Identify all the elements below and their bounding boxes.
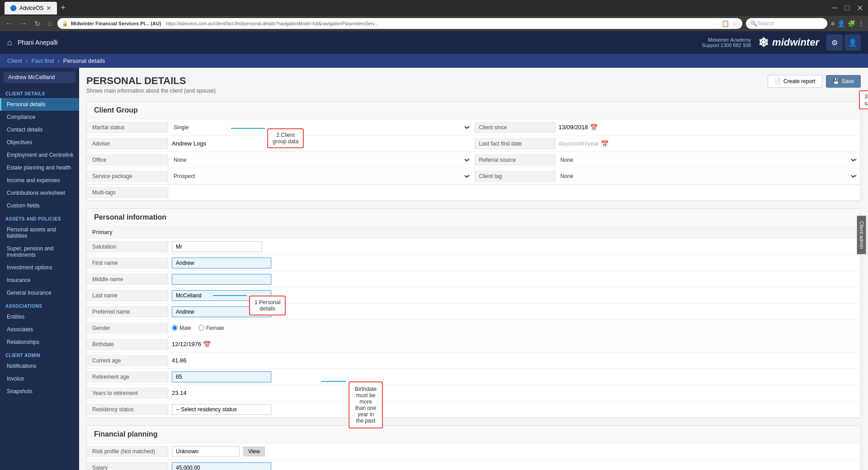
referral-source-select[interactable]: None xyxy=(559,156,857,164)
new-tab-button[interactable]: + xyxy=(61,3,66,13)
tab-close-button[interactable]: ✕ xyxy=(46,5,52,12)
client-tag-select[interactable]: None xyxy=(559,173,857,180)
sidebar-item-invoice[interactable]: Invoice xyxy=(0,372,79,385)
middle-name-label: Middle name xyxy=(87,273,168,285)
client-tag-value: None ▼ xyxy=(555,171,861,182)
risk-profile-select[interactable]: Unknown xyxy=(172,446,240,457)
bookmarks-icon[interactable]: ≡ xyxy=(831,20,835,27)
retirement-age-label: Retirement age xyxy=(87,371,168,383)
middle-name-value xyxy=(168,272,860,287)
sidebar-item-notifications[interactable]: Notifications xyxy=(0,360,79,372)
home-button[interactable]: ⌂ xyxy=(46,19,54,28)
retirement-age-input[interactable] xyxy=(172,371,271,382)
salary-input[interactable] xyxy=(172,462,271,470)
breadcrumb-current: Personal details xyxy=(63,57,105,64)
settings-button[interactable]: ⚙ xyxy=(826,34,843,51)
sidebar-item-income[interactable]: Income and expenses xyxy=(0,174,79,187)
service-package-row: Service package Prospect ▼ xyxy=(87,168,474,184)
years-to-retirement-value: 23.14 xyxy=(168,388,860,398)
sidebar-item-associates[interactable]: Associates xyxy=(0,323,79,336)
sidebar-item-general-insurance[interactable]: General Insurance xyxy=(0,287,79,299)
first-name-input[interactable] xyxy=(172,258,271,268)
breadcrumb-sep-2: › xyxy=(57,57,59,64)
residency-status-row: Residency status -- Select residency sta… xyxy=(87,401,860,418)
sidebar-item-personal-assets[interactable]: Personal assets and liabilities xyxy=(0,223,79,242)
sidebar-item-relationships[interactable]: Relationships xyxy=(0,336,79,348)
sidebar-search-input[interactable] xyxy=(4,71,75,83)
salutation-row: Salutation Mr xyxy=(87,239,860,255)
residency-status-select[interactable]: -- Select residency status xyxy=(172,404,271,415)
salutation-select[interactable]: Mr xyxy=(172,241,262,252)
salary-label: Salary xyxy=(87,462,168,470)
risk-profile-row: Risk profile (Not matched) Unknown View xyxy=(87,443,860,460)
gender-female-radio[interactable] xyxy=(198,325,204,331)
adviser-value: Andrew Logs xyxy=(168,138,474,149)
refresh-button[interactable]: ↻ xyxy=(33,19,42,29)
sidebar-item-snapshots[interactable]: Snapshots xyxy=(0,385,79,398)
last-fact-find-label: Last fact find date xyxy=(474,138,555,150)
office-label: Office xyxy=(87,154,168,166)
minimize-button[interactable]: ─ xyxy=(831,3,837,13)
preferred-name-label: Preferred name xyxy=(87,306,168,318)
maximize-button[interactable]: □ xyxy=(844,3,849,13)
last-name-row: Last name xyxy=(87,287,860,304)
forward-button[interactable]: → xyxy=(18,19,29,28)
sidebar-item-compliance[interactable]: Compliance xyxy=(0,111,79,123)
salutation-label: Salutation xyxy=(87,241,168,253)
client-since-text: 13/09/2018 xyxy=(559,124,588,131)
marital-status-select[interactable]: Single xyxy=(172,124,470,131)
sidebar-search-wrapper xyxy=(0,68,79,87)
save-button[interactable]: 💾 Save xyxy=(826,75,861,88)
save-annotation-text: 3 save xyxy=(864,93,868,107)
service-package-select[interactable]: Prospect xyxy=(172,173,470,180)
breadcrumb-factfind[interactable]: Fact find xyxy=(32,57,54,64)
sidebar-item-estate[interactable]: Estate planning and health xyxy=(0,161,79,174)
breadcrumb-client[interactable]: Client xyxy=(7,57,22,64)
gender-female-label[interactable]: Female xyxy=(198,325,224,331)
sidebar-item-super-pension[interactable]: Super, pension and investments xyxy=(0,242,79,261)
client-tag-label: Client tag xyxy=(474,170,555,182)
browser-search[interactable]: 🔍 Search xyxy=(746,18,827,29)
sidebar-item-employment[interactable]: Employment and Centrelink xyxy=(0,149,79,161)
sidebar-item-objectives[interactable]: Objectives xyxy=(0,136,79,149)
middle-name-input[interactable] xyxy=(172,274,271,285)
extensions-icon[interactable]: 🧩 xyxy=(848,20,855,27)
adviser-text: Andrew Logs xyxy=(172,140,206,147)
bookmark-dots[interactable]: ··· xyxy=(713,20,719,27)
create-report-button[interactable]: 📄 Create report xyxy=(768,75,822,88)
last-fact-find-calendar[interactable]: 📅 xyxy=(601,140,609,147)
profile-icon[interactable]: 👤 xyxy=(837,20,845,27)
sidebar-item-insurance[interactable]: Insurance xyxy=(0,274,79,287)
client-since-calendar[interactable]: 📅 xyxy=(590,124,598,131)
browser-tab[interactable]: 🔵 AdviceOS ✕ xyxy=(5,2,57,14)
sidebar-item-contact-details[interactable]: Contact details xyxy=(0,123,79,136)
sidebar-item-contributions[interactable]: Contributions worksheet xyxy=(0,187,79,199)
star-icon[interactable]: ☆ xyxy=(732,20,738,27)
annotation-personal-details-text: 1.Personaldetails xyxy=(255,299,280,312)
risk-profile-view-button[interactable]: View xyxy=(243,446,265,456)
multi-tags-value[interactable] xyxy=(168,186,860,199)
report-icon: 📄 xyxy=(774,78,781,85)
sidebar-item-personal-details[interactable]: Personal details xyxy=(0,98,79,111)
back-button[interactable]: ← xyxy=(4,19,14,28)
midwinter-logo: ❄ midwinter xyxy=(758,35,819,50)
sidebar-item-custom-fields[interactable]: Custom fields xyxy=(0,199,79,212)
close-browser-button[interactable]: ✕ xyxy=(857,3,863,13)
academy-info: Midwinter Academy Support 1300 882 938 xyxy=(702,37,751,48)
sidebar-item-entities[interactable]: Entities xyxy=(0,310,79,323)
gender-male-radio[interactable] xyxy=(172,325,178,331)
user-profile-button[interactable]: 👤 xyxy=(844,34,861,51)
app-home-icon[interactable]: ⌂ xyxy=(7,38,12,47)
birthdate-calendar[interactable]: 📅 xyxy=(203,341,211,348)
menu-icon[interactable]: ⋮ xyxy=(858,20,864,27)
birthdate-text: 12/12/1976 xyxy=(172,341,201,348)
office-select[interactable]: None xyxy=(172,156,470,164)
reader-icon[interactable]: 📋 xyxy=(722,20,729,27)
client-admin-tab[interactable]: Client admin xyxy=(857,216,866,254)
url-box[interactable]: 🔒 Midwinter Financial Services Pt... (AU… xyxy=(57,18,742,29)
sidebar-item-investment-options[interactable]: Investment options xyxy=(0,261,79,274)
primary-label: Primary xyxy=(87,226,860,239)
gender-male-label[interactable]: Male xyxy=(172,325,191,331)
client-admin-tab-label: Client admin xyxy=(859,221,864,249)
create-report-label: Create report xyxy=(783,78,816,85)
